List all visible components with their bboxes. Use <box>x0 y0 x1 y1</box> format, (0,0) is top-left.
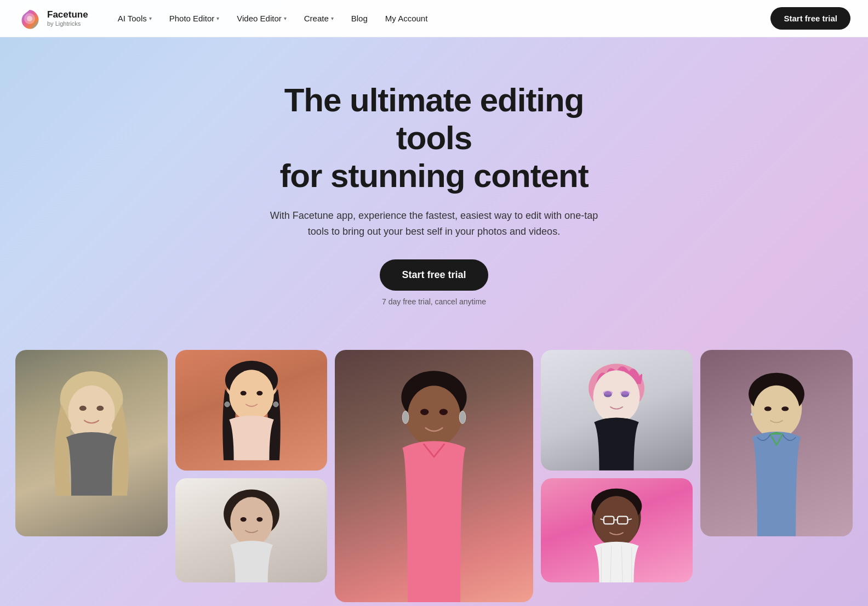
logo-sub: by Lightricks <box>47 20 88 27</box>
hero-section: The ultimate editing tools for stunning … <box>0 0 868 606</box>
svg-point-20 <box>230 497 273 546</box>
nav-item-video-editor[interactable]: Video Editor ▾ <box>229 9 294 27</box>
svg-point-38 <box>595 496 639 547</box>
nav-item-photo-editor[interactable]: Photo Editor ▾ <box>162 9 227 27</box>
photo-asian-woman <box>175 350 328 471</box>
svg-point-7 <box>96 406 104 411</box>
svg-point-25 <box>408 386 460 447</box>
chevron-down-icon: ▾ <box>149 15 152 21</box>
logo-name: Facetune <box>47 9 88 20</box>
person-silhouette <box>355 359 513 602</box>
svg-point-12 <box>256 391 262 395</box>
svg-point-29 <box>459 411 466 423</box>
svg-point-10 <box>229 370 273 421</box>
hero-start-free-trial-button[interactable]: Start free trial <box>380 259 488 291</box>
nav-links: AI Tools ▾ Photo Editor ▾ Video Editor ▾… <box>110 9 771 27</box>
svg-point-48 <box>753 386 800 438</box>
svg-point-35 <box>620 390 631 394</box>
person-silhouette <box>556 359 677 471</box>
nav-start-free-trial-button[interactable]: Start free trial <box>770 7 850 30</box>
chevron-down-icon: ▾ <box>284 15 287 21</box>
photo-col-1 <box>15 350 168 536</box>
hero-cta-wrapper: Start free trial 7 day free trial, cance… <box>248 259 620 306</box>
svg-point-27 <box>439 409 448 415</box>
chevron-down-icon: ▾ <box>331 15 334 21</box>
svg-point-13 <box>225 402 230 407</box>
hero-subtitle: With Facetune app, experience the fastes… <box>259 208 609 240</box>
svg-point-26 <box>420 409 429 415</box>
hero-cta-note: 7 day free trial, cancel anytime <box>248 297 620 306</box>
svg-point-50 <box>781 406 789 411</box>
logo-icon <box>18 7 42 31</box>
svg-point-5 <box>68 386 115 438</box>
svg-point-52 <box>751 413 754 416</box>
photo-asian-man <box>700 350 853 536</box>
photo-man-pink-bg <box>541 478 693 582</box>
chevron-down-icon: ▾ <box>216 15 219 21</box>
svg-point-21 <box>240 517 246 522</box>
photo-col-4 <box>541 350 693 582</box>
photo-blonde-woman <box>15 350 168 536</box>
svg-point-49 <box>764 406 772 411</box>
nav-item-my-account[interactable]: My Account <box>378 9 436 27</box>
photo-dark-woman <box>335 350 533 602</box>
svg-point-31 <box>593 370 640 423</box>
photo-grid <box>0 350 868 602</box>
photo-pink-hair <box>541 350 693 471</box>
svg-point-2 <box>27 16 32 21</box>
svg-point-11 <box>240 391 246 395</box>
person-silhouette <box>716 364 837 536</box>
svg-point-6 <box>79 406 87 411</box>
nav-item-create[interactable]: Create ▾ <box>296 9 341 27</box>
photo-col-2 <box>175 350 328 582</box>
photo-woman-curly <box>175 478 328 582</box>
photo-col-3 <box>335 350 533 602</box>
svg-point-14 <box>273 402 278 407</box>
navbar: Facetune by Lightricks AI Tools ▾ Photo … <box>0 0 868 37</box>
svg-point-22 <box>256 517 262 522</box>
svg-point-34 <box>603 390 613 394</box>
nav-item-blog[interactable]: Blog <box>344 9 375 27</box>
person-silhouette <box>556 486 677 582</box>
person-silhouette <box>191 486 312 582</box>
svg-point-28 <box>402 411 409 423</box>
photo-col-5 <box>700 350 853 536</box>
logo-link[interactable]: Facetune by Lightricks <box>18 7 88 31</box>
hero-content: The ultimate editing tools for stunning … <box>226 37 642 328</box>
hero-title: The ultimate editing tools for stunning … <box>248 81 620 195</box>
person-silhouette <box>31 364 152 536</box>
person-silhouette <box>191 359 312 471</box>
nav-item-ai-tools[interactable]: AI Tools ▾ <box>110 9 159 27</box>
